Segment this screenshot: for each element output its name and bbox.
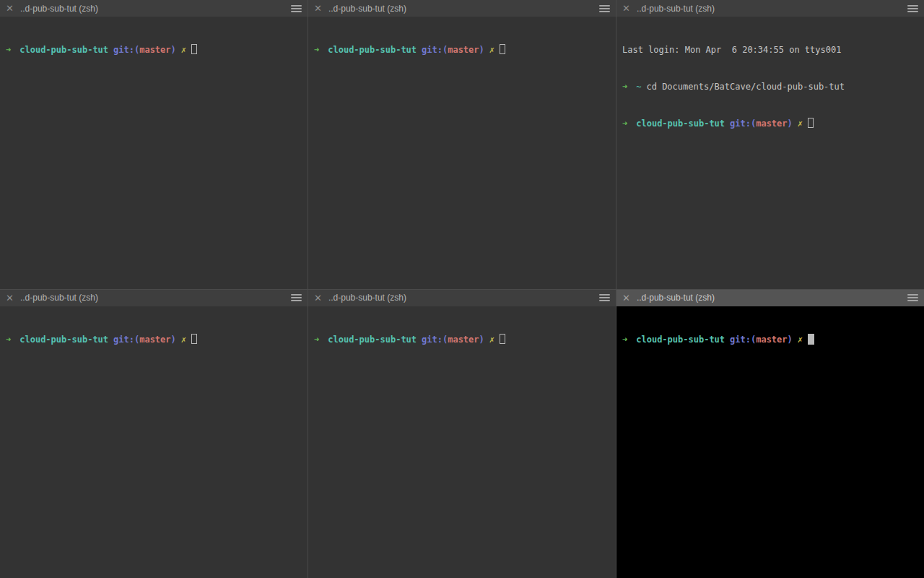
terminal-content[interactable]: Last login: Mon Apr 6 20:34:55 on ttys00… (616, 17, 924, 289)
git-suffix: ) (788, 335, 793, 345)
pane-menu-icon[interactable] (907, 4, 918, 14)
terminal-content[interactable]: ➜cloud-pub-sub-tutgit:(master)✗ (0, 306, 308, 578)
git-prefix: git:( (113, 45, 139, 55)
prompt-home-directory: ~ (636, 82, 641, 92)
terminal-cursor (500, 44, 505, 54)
pane-top-left[interactable]: ✕ ..d-pub-sub-tut (zsh) ➜cloud-pub-sub-t… (0, 0, 308, 289)
cd-command-text: cd Documents/BatCave/cloud-pub-sub-tut (646, 82, 845, 92)
last-login-text: Last login: Mon Apr 6 20:34:55 on ttys00… (622, 45, 841, 55)
pane-title: ..d-pub-sub-tut (zsh) (20, 4, 98, 14)
pane-menu-icon[interactable] (291, 293, 302, 303)
prompt-directory: cloud-pub-sub-tut (636, 335, 725, 345)
git-branch: master (139, 335, 170, 345)
close-pane-icon[interactable]: ✕ (314, 4, 322, 13)
terminal-content[interactable]: ➜cloud-pub-sub-tutgit:(master)✗ (0, 17, 308, 289)
prompt-arrow-icon: ➜ (6, 335, 11, 345)
prompt-arrow-icon: ➜ (622, 82, 627, 92)
pane-top-right[interactable]: ✕ ..d-pub-sub-tut (zsh) Last login: Mon … (616, 0, 924, 289)
git-branch: master (448, 45, 479, 55)
git-prefix: git:( (422, 335, 448, 345)
terminal-cursor-active (808, 334, 814, 345)
shell-prompt-line: ➜cloud-pub-sub-tutgit:(master)✗ (6, 334, 302, 346)
git-prefix: git:( (422, 45, 448, 55)
git-suffix: ) (788, 118, 793, 129)
prompt-arrow-icon: ➜ (622, 335, 627, 345)
shell-prompt-line: ➜cloud-pub-sub-tutgit:(master)✗ (6, 44, 302, 56)
pane-bottom-left[interactable]: ✕ ..d-pub-sub-tut (zsh) ➜cloud-pub-sub-t… (0, 290, 308, 578)
git-dirty-icon: ✗ (489, 45, 494, 55)
terminal-content[interactable]: ➜cloud-pub-sub-tutgit:(master)✗ (616, 306, 924, 578)
shell-prompt-line: ➜cloud-pub-sub-tutgit:(master)✗ (622, 118, 918, 130)
close-pane-icon[interactable]: ✕ (622, 293, 630, 303)
pane-bottom-right-active[interactable]: ✕ ..d-pub-sub-tut (zsh) ➜cloud-pub-sub-t… (616, 290, 924, 578)
terminal-cursor (191, 44, 197, 54)
pane-title: ..d-pub-sub-tut (zsh) (20, 293, 98, 303)
git-suffix: ) (479, 45, 484, 55)
terminal-content[interactable]: ➜cloud-pub-sub-tutgit:(master)✗ (308, 306, 616, 578)
git-suffix: ) (479, 335, 484, 345)
pane-top-middle[interactable]: ✕ ..d-pub-sub-tut (zsh) ➜cloud-pub-sub-t… (308, 0, 616, 289)
terminal-cursor (808, 118, 814, 128)
prompt-directory: cloud-pub-sub-tut (19, 335, 108, 345)
shell-prompt-line: ➜cloud-pub-sub-tutgit:(master)✗ (314, 44, 610, 56)
shell-prompt-line: ➜cloud-pub-sub-tutgit:(master)✗ (314, 334, 610, 346)
git-branch: master (756, 335, 787, 345)
pane-titlebar: ✕ ..d-pub-sub-tut (zsh) (616, 0, 924, 17)
pane-titlebar: ✕ ..d-pub-sub-tut (zsh) (308, 290, 616, 306)
pane-bottom-middle[interactable]: ✕ ..d-pub-sub-tut (zsh) ➜cloud-pub-sub-t… (308, 290, 616, 578)
terminal-split-grid: ✕ ..d-pub-sub-tut (zsh) ➜cloud-pub-sub-t… (0, 0, 924, 578)
pane-titlebar: ✕ ..d-pub-sub-tut (zsh) (616, 290, 924, 306)
terminal-cursor (500, 334, 505, 344)
prompt-directory: cloud-pub-sub-tut (328, 45, 417, 55)
git-branch: master (756, 118, 787, 129)
git-dirty-icon: ✗ (798, 118, 803, 129)
git-branch: master (448, 335, 479, 345)
git-dirty-icon: ✗ (181, 335, 186, 345)
prompt-arrow-icon: ➜ (314, 45, 319, 55)
prompt-directory: cloud-pub-sub-tut (636, 118, 725, 129)
pane-title: ..d-pub-sub-tut (zsh) (328, 4, 406, 14)
pane-title: ..d-pub-sub-tut (zsh) (328, 293, 406, 303)
git-prefix: git:( (730, 118, 756, 129)
git-dirty-icon: ✗ (798, 335, 803, 345)
pane-menu-icon[interactable] (599, 293, 610, 303)
pane-title: ..d-pub-sub-tut (zsh) (637, 4, 715, 14)
pane-menu-icon[interactable] (599, 4, 610, 14)
pane-titlebar: ✕ ..d-pub-sub-tut (zsh) (0, 290, 308, 306)
last-login-line: Last login: Mon Apr 6 20:34:55 on ttys00… (622, 44, 918, 56)
prompt-arrow-icon: ➜ (314, 335, 319, 345)
git-dirty-icon: ✗ (181, 45, 186, 55)
prompt-arrow-icon: ➜ (6, 45, 11, 55)
terminal-cursor (191, 334, 197, 344)
close-pane-icon[interactable]: ✕ (314, 293, 322, 303)
terminal-content[interactable]: ➜cloud-pub-sub-tutgit:(master)✗ (308, 17, 616, 289)
git-suffix: ) (171, 45, 176, 55)
git-prefix: git:( (113, 335, 139, 345)
close-pane-icon[interactable]: ✕ (6, 4, 14, 13)
close-pane-icon[interactable]: ✕ (622, 4, 630, 13)
shell-prompt-line: ➜cloud-pub-sub-tutgit:(master)✗ (622, 334, 918, 346)
git-branch: master (139, 45, 170, 55)
pane-menu-icon[interactable] (291, 4, 302, 14)
cd-command-line: ➜~cd Documents/BatCave/cloud-pub-sub-tut (622, 81, 918, 93)
pane-titlebar: ✕ ..d-pub-sub-tut (zsh) (308, 0, 616, 17)
pane-menu-icon[interactable] (907, 293, 918, 303)
prompt-directory: cloud-pub-sub-tut (328, 335, 417, 345)
prompt-directory: cloud-pub-sub-tut (19, 45, 108, 55)
pane-titlebar: ✕ ..d-pub-sub-tut (zsh) (0, 0, 308, 17)
prompt-arrow-icon: ➜ (622, 118, 627, 129)
close-pane-icon[interactable]: ✕ (6, 293, 14, 303)
git-dirty-icon: ✗ (489, 335, 494, 345)
git-prefix: git:( (730, 335, 756, 345)
pane-title: ..d-pub-sub-tut (zsh) (637, 293, 715, 303)
git-suffix: ) (171, 335, 176, 345)
